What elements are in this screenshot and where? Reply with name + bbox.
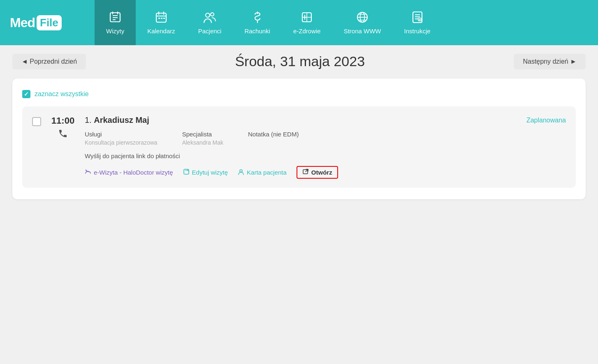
logo-file-box: File <box>37 15 62 30</box>
ewizyta-button[interactable]: e-Wizyta - HaloDoctor wizytę <box>85 168 173 177</box>
nav-label-stronawww: Strona WWW <box>344 28 381 35</box>
nav-label-ezdrowie: e-Zdrowie <box>293 28 321 35</box>
date-navigation: ◄ Poprzedni dzień Środa, 31 maja 2023 Na… <box>12 53 586 69</box>
instrukcje-icon <box>411 11 424 25</box>
appointment-time: 11:00 <box>51 115 74 126</box>
nav-label-instrukcje: Instrukcje <box>404 28 431 35</box>
appointment-name: 1. Arkadiusz Maj <box>85 115 149 125</box>
nav-items: Wizyty Kalendarz <box>95 0 598 45</box>
main-content: ◄ Poprzedni dzień Środa, 31 maja 2023 Na… <box>0 45 598 207</box>
karta-pacjenta-button[interactable]: Karta pacjenta <box>238 168 287 177</box>
appointment-time-col: 11:00 <box>49 115 77 141</box>
svg-rect-11 <box>161 18 162 19</box>
payment-link-text: Wyślij do pacjenta link do płatności <box>85 152 566 159</box>
edytuj-label: Edytuj wizytę <box>192 169 228 176</box>
ezdrowie-icon <box>301 11 313 25</box>
svg-point-13 <box>206 13 210 17</box>
pacjenci-icon <box>203 11 216 25</box>
appointment-card: 11:00 1. Arkadiusz Maj Zaplanowana <box>22 106 576 188</box>
appointment-details: 1. Arkadiusz Maj Zaplanowana Usługi Kons… <box>85 115 566 179</box>
nav-item-stronawww[interactable]: Strona WWW <box>332 0 393 45</box>
svg-point-34 <box>86 169 86 170</box>
nav-item-wizyty[interactable]: Wizyty <box>95 0 136 45</box>
select-all-label[interactable]: zaznacz wszystkie <box>35 90 89 98</box>
svg-point-14 <box>211 13 214 16</box>
nav-item-instrukcje[interactable]: Instrukcje <box>393 0 442 45</box>
nav-item-pacjenci[interactable]: Pacjenci <box>187 0 233 45</box>
next-day-button[interactable]: Następny dzień ► <box>514 54 586 69</box>
select-all-row: zaznacz wszystkie <box>22 90 576 98</box>
logo-med: Med <box>10 15 35 30</box>
select-all-checkbox[interactable] <box>22 90 30 98</box>
ewizyta-icon <box>85 168 91 177</box>
karta-pacjenta-label: Karta pacjenta <box>247 169 287 176</box>
otworz-button[interactable]: Otwórz <box>297 166 338 179</box>
uslugi-value: Konsultacja pierwszorazowa <box>85 139 158 146</box>
specjalista-label: Specjalista <box>182 131 223 138</box>
nav-label-rachunki: Rachunki <box>244 28 270 35</box>
edytuj-button[interactable]: Edytuj wizytę <box>183 168 228 177</box>
rachunki-icon <box>252 11 263 25</box>
appointment-info-grid: Usługi Konsultacja pierwszorazowa Specja… <box>85 131 566 146</box>
appointment-actions: e-Wizyta - HaloDoctor wizytę Edytuj wi <box>85 166 566 179</box>
edytuj-icon <box>183 168 190 177</box>
appointment-name-row: 1. Arkadiusz Maj Zaplanowana <box>85 115 566 125</box>
karta-pacjenta-icon <box>238 168 244 177</box>
appointment-status: Zaplanowana <box>526 117 566 124</box>
svg-rect-12 <box>163 18 165 19</box>
kalendarz-icon <box>155 11 167 25</box>
nav-label-pacjenci: Pacjenci <box>198 28 222 35</box>
prev-day-button[interactable]: ◄ Poprzedni dzień <box>12 54 86 69</box>
notatka-col: Notatka (nie EDM) <box>248 131 299 146</box>
logo: Med File <box>0 0 95 45</box>
nav-label-wizyty: Wizyty <box>106 28 124 35</box>
nav-item-rachunki[interactable]: Rachunki <box>233 0 282 45</box>
appointment-checkbox[interactable] <box>32 117 41 126</box>
notatka-label: Notatka (nie EDM) <box>248 131 299 138</box>
svg-rect-35 <box>184 169 189 174</box>
uslugi-label: Usługi <box>85 131 158 138</box>
wizyty-icon <box>109 11 121 25</box>
logo-file-text: File <box>40 16 58 29</box>
nav-item-kalendarz[interactable]: Kalendarz <box>136 0 187 45</box>
main-navigation: Med File Wizyty <box>0 0 598 45</box>
specjalista-col: Specjalista Aleksandra Mak <box>182 131 223 146</box>
uslugi-col: Usługi Konsultacja pierwszorazowa <box>85 131 158 146</box>
nav-item-ezdrowie[interactable]: e-Zdrowie <box>282 0 332 45</box>
current-date: Środa, 31 maja 2023 <box>235 53 365 69</box>
specjalista-value: Aleksandra Mak <box>182 139 223 146</box>
otworz-icon <box>302 168 309 176</box>
svg-point-36 <box>240 170 242 172</box>
ewizyta-label: e-Wizyta - HaloDoctor wizytę <box>94 169 173 176</box>
otworz-label: Otwórz <box>311 169 332 176</box>
appointment-top: 11:00 1. Arkadiusz Maj Zaplanowana <box>32 115 566 179</box>
svg-rect-10 <box>158 18 160 19</box>
stronawww-icon <box>356 11 369 25</box>
nav-label-kalendarz: Kalendarz <box>147 28 175 35</box>
appointments-container: zaznacz wszystkie 11:00 <box>12 78 586 199</box>
phone-icon <box>58 129 68 141</box>
